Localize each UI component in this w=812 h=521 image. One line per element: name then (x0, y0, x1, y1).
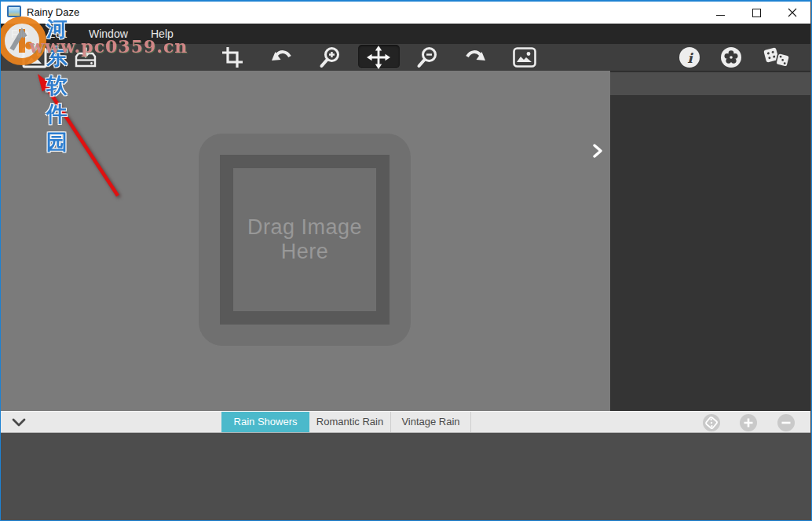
image-drop-zone[interactable]: Drag Image Here (199, 134, 411, 346)
move-icon (367, 46, 390, 69)
menu-bar: File Edit Window Help (1, 24, 810, 44)
tab-romantic-rain[interactable]: Romantic Rain (309, 412, 391, 432)
export-image-icon (73, 46, 98, 68)
background-image-button[interactable] (507, 44, 542, 71)
remove-preset-button[interactable] (777, 413, 796, 432)
info-icon: i (678, 46, 700, 68)
effect-tabs: Rain Showers Romantic Rain Vintage Rain (221, 412, 471, 432)
zoom-in-button[interactable] (313, 44, 347, 71)
window-controls (702, 2, 810, 24)
background-image-icon (513, 47, 536, 68)
tab-rain-showers[interactable]: Rain Showers (221, 412, 309, 432)
panel-toggle-button[interactable] (588, 141, 607, 160)
remove-preset-icon (777, 413, 796, 432)
close-icon (788, 8, 797, 17)
maximize-button[interactable] (738, 2, 774, 24)
tab-vintage-rain[interactable]: Vintage Rain (391, 412, 471, 432)
export-image-button[interactable] (68, 44, 103, 71)
chevron-down-icon (12, 417, 26, 428)
presets-panel (1, 433, 810, 520)
image-canvas: Drag Image Here (1, 71, 610, 411)
zoom-in-icon (319, 46, 341, 68)
random-preset-button[interactable] (702, 413, 721, 432)
effects-bar: Rain Showers Romantic Rain Vintage Rain (1, 411, 810, 433)
randomize-button[interactable] (759, 44, 794, 71)
rotate-left-button[interactable] (264, 44, 298, 71)
app-window: Rainy Daze File Edit Window Help (0, 0, 812, 521)
crop-button[interactable] (215, 44, 250, 71)
toolbar: i (1, 44, 810, 71)
settings-button[interactable] (714, 44, 748, 71)
menu-edit[interactable]: Edit (48, 24, 67, 44)
window-title: Rainy Daze (27, 2, 79, 24)
chevron-right-icon (591, 143, 604, 159)
add-preset-icon (739, 413, 758, 432)
rotate-right-button[interactable] (459, 44, 493, 71)
random-preset-dice-icon (702, 413, 721, 432)
zoom-out-icon (416, 46, 438, 68)
open-image-icon (22, 47, 47, 68)
app-icon (7, 6, 21, 17)
add-preset-button[interactable] (739, 413, 758, 432)
info-button[interactable]: i (672, 44, 707, 71)
randomize-dice-icon (763, 46, 791, 69)
menu-help[interactable]: Help (151, 24, 174, 44)
rotate-left-icon (270, 49, 292, 66)
title-bar: Rainy Daze (1, 2, 810, 24)
settings-panel-header (610, 72, 810, 95)
crop-icon (221, 46, 243, 68)
zoom-out-button[interactable] (410, 44, 444, 71)
settings-panel (610, 71, 810, 411)
move-button[interactable] (361, 44, 396, 71)
close-button[interactable] (774, 2, 810, 24)
drop-zone-label: Drag Image Here (226, 215, 383, 264)
minimize-icon (716, 15, 725, 16)
maximize-icon (752, 9, 761, 17)
rotate-right-icon (465, 49, 487, 66)
settings-icon (720, 46, 742, 68)
minimize-button[interactable] (702, 2, 738, 24)
menu-file[interactable]: File (11, 24, 29, 44)
open-image-button[interactable] (17, 44, 52, 71)
collapse-presets-button[interactable] (10, 415, 27, 431)
menu-window[interactable]: Window (89, 24, 128, 44)
